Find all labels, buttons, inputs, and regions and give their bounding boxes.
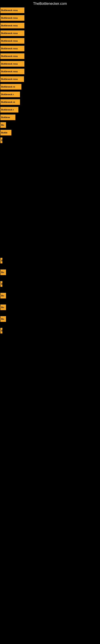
bottleneck-row-4: Bottleneck resu: [0, 30, 100, 36]
bottleneck-label-15: Bottlene: [0, 114, 15, 120]
bottleneck-row-25: B: [0, 328, 100, 334]
bottleneck-label-13: Bottleneck re: [0, 99, 20, 105]
gap-5: [0, 210, 100, 234]
bottleneck-label-12: Bottleneck r: [0, 92, 20, 97]
bottleneck-row-5: Bottleneck resu: [0, 38, 100, 44]
bottleneck-row-12: Bottleneck r: [0, 92, 100, 97]
bottleneck-row-7: Bottleneck resu: [0, 53, 100, 59]
row-gap-25: [0, 336, 100, 340]
gap-3: [0, 169, 100, 185]
bottleneck-row-16: Bo: [0, 122, 100, 128]
bottleneck-row-15: Bottlene: [0, 114, 100, 120]
bottleneck-label-1: Bottleneck resu: [0, 8, 24, 13]
bottleneck-row-6: Bottleneck resu: [0, 46, 100, 51]
bottleneck-label-24: Bo: [0, 316, 6, 322]
bottleneck-label-3: Bottleneck resu: [0, 23, 24, 28]
bottleneck-label-17: Bottle: [0, 130, 11, 136]
row-gap-22: [0, 300, 100, 304]
row-gap-19: [0, 266, 100, 270]
gap-6: [0, 234, 100, 258]
bottleneck-row-3: Bottleneck resu: [0, 23, 100, 28]
bottleneck-label-4: Bottleneck resu: [0, 30, 24, 36]
bottleneck-label-18: B: [0, 138, 2, 143]
bottleneck-label-9: Bottleneck resu: [0, 69, 24, 74]
bottleneck-row-9: Bottleneck resu: [0, 69, 100, 74]
bottleneck-label-23: Bo: [0, 304, 6, 310]
bottleneck-row-2: Bottleneck resu: [0, 15, 100, 21]
row-gap-21: [0, 289, 100, 293]
bottleneck-label-14: Bottleneck r: [0, 107, 18, 112]
bottleneck-row-24: Bo: [0, 316, 100, 322]
bottleneck-label-22: Bo: [0, 293, 6, 298]
row-gap-20: [0, 277, 100, 281]
bottleneck-row-20: Bo: [0, 270, 100, 275]
bottleneck-label-10: Bottleneck resu: [0, 76, 24, 82]
page-container: TheBottlenecker.com Bottleneck resuBottl…: [0, 0, 100, 340]
bottleneck-row-18: B: [0, 138, 100, 143]
bottleneck-label-7: Bottleneck resu: [0, 53, 24, 59]
bottleneck-label-19: B: [0, 258, 2, 264]
bottleneck-row-1: Bottleneck resu: [0, 8, 100, 13]
bottleneck-label-6: Bottleneck resu: [0, 46, 24, 51]
bottleneck-label-16: Bo: [0, 122, 6, 128]
bottleneck-row-14: Bottleneck r: [0, 107, 100, 112]
rows-container-bottom: BBoBBoBoBoB: [0, 258, 100, 340]
bottleneck-row-19: B: [0, 258, 100, 264]
gap-4: [0, 185, 100, 210]
row-gap-23: [0, 312, 100, 316]
bottleneck-row-8: Bottleneck resu: [0, 61, 100, 66]
bottleneck-label-5: Bottleneck resu: [0, 38, 24, 44]
bottleneck-row-17: Bottle: [0, 130, 100, 136]
rows-container: Bottleneck resuBottleneck resuBottleneck…: [0, 8, 100, 143]
bottleneck-label-20: Bo: [0, 270, 6, 275]
bottleneck-label-11: Bottleneck re: [0, 84, 21, 90]
gap-1: [0, 145, 100, 157]
bottleneck-row-10: Bottleneck resu: [0, 76, 100, 82]
bottleneck-label-2: Bottleneck resu: [0, 15, 24, 21]
bottleneck-label-25: B: [0, 328, 2, 334]
site-title: TheBottlenecker.com: [0, 0, 100, 8]
bottleneck-row-22: Bo: [0, 293, 100, 298]
bottleneck-label-8: Bottleneck resu: [0, 61, 24, 66]
bottleneck-row-23: Bo: [0, 304, 100, 310]
gap-2: [0, 157, 100, 169]
bottleneck-row-11: Bottleneck re: [0, 84, 100, 90]
bottleneck-row-13: Bottleneck re: [0, 99, 100, 105]
bottleneck-row-21: B: [0, 281, 100, 287]
bottleneck-label-21: B: [0, 281, 2, 287]
row-gap-24: [0, 324, 100, 328]
